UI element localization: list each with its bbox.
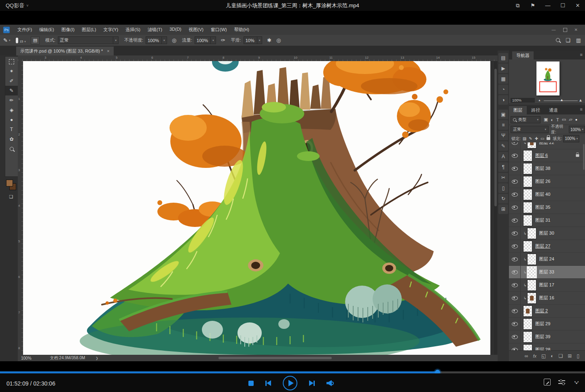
foreground-color-swatch[interactable]: [6, 180, 13, 186]
clone-source-panel-icon[interactable]: ▣: [498, 110, 508, 119]
menu-item[interactable]: 窗口(W): [207, 27, 231, 33]
panel-menu-icon[interactable]: ≡: [580, 107, 583, 112]
visibility-toggle[interactable]: [509, 266, 521, 278]
layer-thumbnail[interactable]: [524, 215, 532, 226]
menu-item[interactable]: 帮助(H): [231, 27, 253, 33]
menu-item[interactable]: 图层(L): [78, 27, 100, 33]
layer-row[interactable]: 图层 31: [509, 214, 585, 227]
miniplayer-icon[interactable]: ⧉: [515, 2, 521, 9]
visibility-toggle[interactable]: [509, 305, 521, 317]
paragraph-panel-icon[interactable]: ¶: [498, 162, 508, 172]
mixer-brush-tool[interactable]: ✏: [5, 95, 18, 105]
zoom-in-icon[interactable]: ▲: [579, 98, 583, 102]
opacity-select[interactable]: 100%▾: [146, 36, 167, 44]
new-layer-icon[interactable]: ⊞: [568, 353, 572, 359]
panel-list-icon[interactable]: ▥: [576, 37, 581, 43]
lock-artboard-icon[interactable]: ▭: [540, 136, 544, 141]
tab-paths[interactable]: 路径: [527, 106, 545, 114]
smart-object-filter-icon[interactable]: ▱: [569, 117, 572, 122]
smoothing-options-gear-icon[interactable]: ✱: [267, 37, 271, 43]
brush-settings-panel-icon[interactable]: Ψ: [498, 131, 508, 140]
visibility-toggle[interactable]: [509, 162, 521, 175]
workspace-icon[interactable]: ❏: [566, 37, 570, 43]
layer-row[interactable]: 图层 6: [509, 149, 585, 162]
pressure-opacity-icon[interactable]: ◎: [172, 37, 176, 43]
tab-channels[interactable]: 通道: [545, 106, 562, 114]
visibility-toggle[interactable]: [509, 201, 521, 214]
pin-icon[interactable]: ⚑: [530, 2, 536, 8]
menu-item[interactable]: 3D(D): [166, 27, 185, 33]
dodge-tool[interactable]: ●: [5, 115, 18, 125]
blend-mode-select[interactable]: 正常▾: [58, 36, 119, 44]
tab-layers[interactable]: 图层: [509, 106, 527, 114]
layer-thumbnail[interactable]: [524, 306, 532, 316]
layer-thumbnail[interactable]: [528, 293, 536, 303]
layer-thumbnail[interactable]: [528, 228, 536, 239]
layer-thumbnail[interactable]: [528, 142, 536, 148]
layer-fill-select[interactable]: 100%▾: [563, 135, 579, 142]
type-tool[interactable]: T: [5, 125, 18, 134]
visibility-toggle[interactable]: [509, 188, 521, 201]
brushes-panel-icon[interactable]: ▤: [498, 53, 508, 63]
layer-thumbnail[interactable]: [524, 345, 532, 351]
adjustments-panel-icon[interactable]: ◑: [498, 95, 508, 105]
filter-pin-icon[interactable]: ●: [575, 118, 577, 122]
layer-filter-select[interactable]: 类型 ▾: [511, 116, 540, 123]
layer-thumbnail[interactable]: [524, 163, 532, 174]
layer-row[interactable]: 图层 39: [509, 331, 585, 343]
tab-navigator[interactable]: 导航器: [512, 51, 534, 59]
menu-item[interactable]: 滤镜(T): [144, 27, 166, 33]
layer-row[interactable]: 图层 2: [509, 305, 585, 318]
layer-group-icon[interactable]: ❏: [559, 353, 563, 359]
visibility-toggle[interactable]: [509, 318, 521, 330]
color-swatches[interactable]: [5, 179, 17, 193]
layer-opacity-select[interactable]: 100%▾: [569, 126, 585, 133]
link-layers-icon[interactable]: ∞: [525, 353, 528, 359]
zoom-out-icon[interactable]: ▲: [538, 99, 541, 102]
next-button[interactable]: [309, 380, 315, 386]
pressure-size-icon[interactable]: ◎: [276, 37, 281, 43]
smoothing-select[interactable]: 10%▾: [244, 36, 263, 44]
volume-button[interactable]: [326, 380, 334, 386]
layer-row[interactable]: 图层 28: [509, 343, 585, 350]
shape-filter-icon[interactable]: ▭: [562, 117, 566, 122]
panel-menu-icon[interactable]: ≡: [580, 52, 583, 57]
close-icon[interactable]: ×: [107, 49, 109, 53]
layer-thumbnail[interactable]: [524, 150, 532, 161]
layer-row[interactable]: ↳图层 24: [509, 253, 585, 266]
paint-bucket-tool[interactable]: ◈: [5, 105, 18, 115]
close-icon[interactable]: ✕: [574, 2, 581, 8]
airbrush-icon[interactable]: ✑: [221, 37, 225, 43]
type-filter-icon[interactable]: T: [556, 117, 559, 122]
canvas-vertical-scrollbar-thumb[interactable]: [494, 69, 497, 206]
layer-thumbnail[interactable]: [524, 189, 532, 200]
lock-transparent-icon[interactable]: ▨: [523, 136, 526, 141]
history-panel-icon[interactable]: ↻: [498, 194, 508, 203]
document-tab[interactable]: 示范课件.psd @ 100% (图层 33, RGB/8) * ×: [16, 47, 114, 55]
layer-thumbnail[interactable]: [524, 176, 532, 187]
patterns-panel-icon[interactable]: ▦: [498, 74, 508, 84]
layer-row[interactable]: 图层 26: [509, 175, 585, 188]
menu-item[interactable]: 选择(S): [122, 27, 144, 33]
layer-row[interactable]: ↳图层 17: [509, 279, 585, 292]
menu-item[interactable]: 文件(F): [14, 27, 36, 33]
layer-row[interactable]: ↳图层 22: [509, 142, 585, 149]
search-icon[interactable]: [556, 37, 560, 43]
lock-move-icon[interactable]: ✚: [535, 136, 538, 141]
color-panel-icon[interactable]: ◔: [498, 85, 508, 94]
ps-restore-icon[interactable]: [563, 28, 567, 32]
layer-mask-icon[interactable]: ◱: [541, 353, 546, 359]
layer-thumbnail[interactable]: [524, 241, 532, 252]
custom-shape-tool[interactable]: ✿: [5, 134, 18, 144]
maximize-icon[interactable]: ☐: [560, 2, 566, 8]
navigator-proxy-view[interactable]: [539, 81, 557, 92]
libraries-panel-icon[interactable]: ✂: [498, 173, 508, 182]
visibility-toggle[interactable]: [509, 240, 521, 252]
layer-blend-mode-select[interactable]: 正常▾: [511, 126, 549, 133]
layer-row[interactable]: ↳图层 33: [509, 266, 585, 279]
layer-row[interactable]: 图层 40: [509, 188, 585, 201]
canvas-artwork[interactable]: [23, 61, 490, 355]
lock-all-icon[interactable]: [547, 137, 550, 140]
navigator-zoom-value[interactable]: 100%: [511, 98, 535, 103]
tool-presets-panel-icon[interactable]: ≡: [498, 120, 508, 130]
